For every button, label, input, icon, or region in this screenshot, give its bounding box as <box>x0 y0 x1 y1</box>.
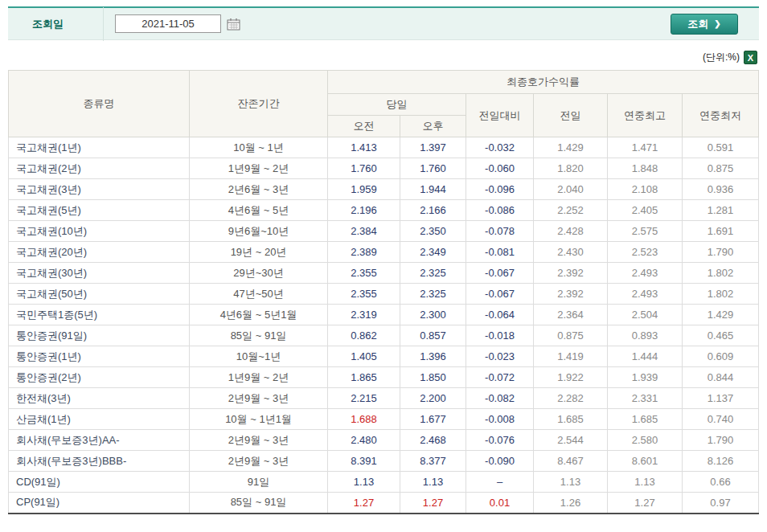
col-header-today: 당일 <box>328 94 466 116</box>
cell-change: -0.023 <box>466 346 534 367</box>
cell-am: 2.355 <box>328 263 400 284</box>
cell-low: 0.465 <box>683 325 759 346</box>
cell-period: 2년6월 ~ 3년 <box>190 179 328 200</box>
page: 조회일 조회 ❯ (단위:%) X <box>0 0 767 522</box>
cell-low: 8.126 <box>683 451 759 472</box>
cell-prev: 1.685 <box>534 409 608 430</box>
table-row: 국고채권(30년) 29년~30년 2.355 2.325 -0.067 2.3… <box>9 263 759 284</box>
cell-prev: 0.875 <box>534 325 608 346</box>
table-row: 산금채(1년) 10월 ~ 1년1월 1.688 1.677 -0.008 1.… <box>9 409 759 430</box>
cell-change: -0.032 <box>466 137 534 158</box>
table-row: 국고채권(5년) 4년6월 ~ 5년 2.196 2.166 -0.086 2.… <box>9 200 759 221</box>
cell-change: -0.008 <box>466 409 534 430</box>
cell-type: 회사채(무보증3년)AA- <box>9 430 190 451</box>
cell-type: 국고채권(30년) <box>9 263 190 284</box>
table-row: 국고채권(3년) 2년6월 ~ 3년 1.959 1.944 -0.096 2.… <box>9 179 759 200</box>
cell-type: CP(91일) <box>9 493 190 514</box>
cell-low: 1.281 <box>683 200 759 221</box>
cell-period: 2년9월 ~ 3년 <box>190 451 328 472</box>
cell-change: -0.067 <box>466 284 534 305</box>
cell-period: 10월 ~ 1년1월 <box>190 409 328 430</box>
unit-row: (단위:%) X <box>10 51 757 64</box>
cell-change: -0.081 <box>466 242 534 263</box>
cell-low: 0.609 <box>683 346 759 367</box>
search-bar: 조회일 조회 ❯ <box>8 6 759 40</box>
cell-prev: 2.392 <box>534 284 608 305</box>
table-row: 국고채권(20년) 19년 ~ 20년 2.389 2.349 -0.081 2… <box>9 242 759 263</box>
col-header-prev: 전일 <box>534 94 608 137</box>
cell-low: 0.875 <box>683 158 759 179</box>
cell-prev: 2.282 <box>534 388 608 409</box>
cell-am: 2.384 <box>328 221 400 242</box>
cell-am: 1.13 <box>328 472 400 493</box>
calendar-icon[interactable] <box>227 18 240 31</box>
col-header-type: 종류명 <box>9 71 190 137</box>
cell-low: 1.429 <box>683 305 759 325</box>
cell-prev: 2.252 <box>534 200 608 221</box>
cell-prev: 1.26 <box>534 493 608 514</box>
cell-pm: 8.377 <box>400 451 466 472</box>
cell-high: 1.685 <box>608 409 683 430</box>
cell-am: 1.413 <box>328 137 400 158</box>
cell-change: -0.064 <box>466 305 534 325</box>
cell-period: 4년6월 ~ 5년1월 <box>190 305 328 325</box>
cell-period: 85일 ~ 91일 <box>190 325 328 346</box>
unit-label: (단위:%) <box>703 51 740 64</box>
cell-pm: 2.468 <box>400 430 466 451</box>
col-header-change: 전일대비 <box>466 94 534 137</box>
cell-prev: 2.544 <box>534 430 608 451</box>
cell-change: -0.072 <box>466 367 534 388</box>
cell-prev: 8.467 <box>534 451 608 472</box>
cell-change: -0.060 <box>466 158 534 179</box>
yield-table: 종류명 잔존기간 최종호가수익률 당일 전일대비 전일 연중최고 연중최저 오전… <box>8 70 759 514</box>
cell-high: 2.580 <box>608 430 683 451</box>
cell-period: 2년9월 ~ 3년 <box>190 430 328 451</box>
cell-period: 2년9월 ~ 3년 <box>190 388 328 409</box>
cell-high: 1.27 <box>608 493 683 514</box>
cell-period: 91일 <box>190 472 328 493</box>
cell-high: 8.601 <box>608 451 683 472</box>
cell-high: 1.471 <box>608 137 683 158</box>
cell-prev: 2.040 <box>534 179 608 200</box>
col-header-period: 잔존기간 <box>190 71 328 137</box>
cell-prev: 2.392 <box>534 263 608 284</box>
col-header-pm: 오후 <box>400 116 466 137</box>
cell-change: -0.082 <box>466 388 534 409</box>
cell-type: 산금채(1년) <box>9 409 190 430</box>
cell-high: 2.331 <box>608 388 683 409</box>
cell-period: 4년6월 ~ 5년 <box>190 200 328 221</box>
cell-type: 통안증권(2년) <box>9 367 190 388</box>
cell-am: 2.319 <box>328 305 400 325</box>
cell-high: 2.504 <box>608 305 683 325</box>
cell-type: 한전채(3년) <box>9 388 190 409</box>
cell-low: 1.790 <box>683 430 759 451</box>
excel-download-icon[interactable]: X <box>744 51 757 64</box>
date-input[interactable] <box>115 14 221 33</box>
cell-low: 0.591 <box>683 137 759 158</box>
table-row: 통안증권(2년) 1년9월 ~ 2년 1.865 1.850 -0.072 1.… <box>9 367 759 388</box>
cell-period: 1년9월 ~ 2년 <box>190 158 328 179</box>
table-row: 통안증권(91일) 85일 ~ 91일 0.862 0.857 -0.018 0… <box>9 325 759 346</box>
cell-am: 1.688 <box>328 409 400 430</box>
yield-table-body: 국고채권(1년) 10월 ~ 1년 1.413 1.397 -0.032 1.4… <box>9 137 759 514</box>
cell-change: – <box>466 472 534 493</box>
cell-pm: 2.325 <box>400 263 466 284</box>
cell-high: 2.405 <box>608 200 683 221</box>
cell-pm: 2.300 <box>400 305 466 325</box>
cell-change: -0.076 <box>466 430 534 451</box>
cell-high: 2.523 <box>608 242 683 263</box>
cell-low: 1.137 <box>683 388 759 409</box>
cell-change: -0.078 <box>466 221 534 242</box>
cell-pm: 1.677 <box>400 409 466 430</box>
cell-high: 2.493 <box>608 263 683 284</box>
cell-pm: 1.27 <box>400 493 466 514</box>
table-row: 한전채(3년) 2년9월 ~ 3년 2.215 2.200 -0.082 2.2… <box>9 388 759 409</box>
cell-low: 0.740 <box>683 409 759 430</box>
cell-prev: 2.364 <box>534 305 608 325</box>
cell-high: 2.493 <box>608 284 683 305</box>
cell-pm: 2.350 <box>400 221 466 242</box>
cell-prev: 1.13 <box>534 472 608 493</box>
cell-prev: 1.429 <box>534 137 608 158</box>
cell-type: 국고채권(1년) <box>9 137 190 158</box>
search-button[interactable]: 조회 ❯ <box>671 14 738 35</box>
